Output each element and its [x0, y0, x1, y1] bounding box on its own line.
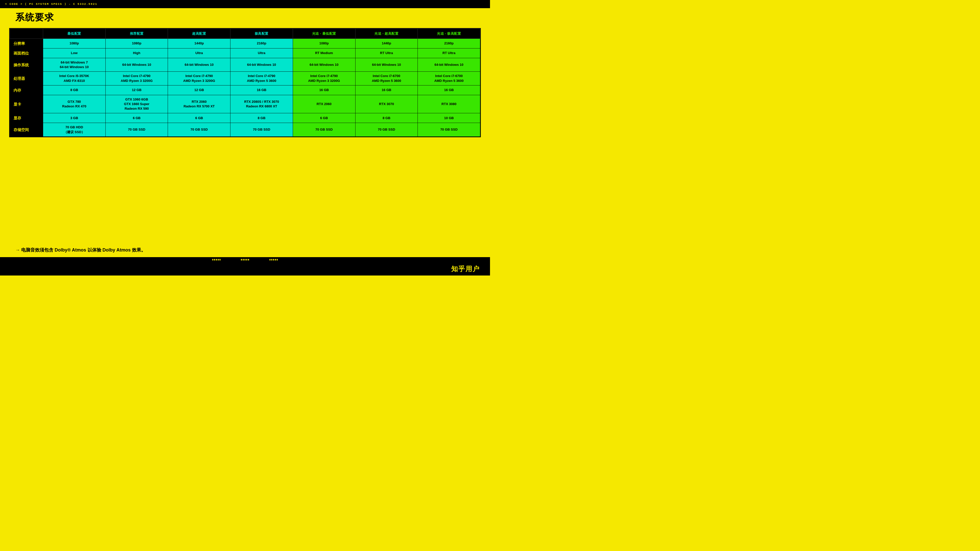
- row-label-3: 处理器: [10, 72, 43, 85]
- cell-2-6: 64-bit Windows 10: [418, 58, 480, 72]
- cell-6-4: 6 GB: [293, 113, 355, 123]
- corner-bracket-tr: [485, 0, 490, 5]
- cell-1-4: RT Medium: [293, 48, 355, 58]
- row-label-1: 画面档位: [10, 48, 43, 58]
- cell-5-4: RTX 2060: [293, 95, 355, 113]
- cell-7-0: 70 GB HDD （建议 SSD）: [43, 123, 106, 137]
- cell-3-0: Intel Core i5-3570K AMD FX-8310: [43, 72, 106, 85]
- cell-1-6: RT Ultra: [418, 48, 480, 58]
- specs-table-container: 最低配置推荐配置超高配置极高配置光追 - 最低配置光追 - 超高配置光追 - 极…: [9, 28, 481, 137]
- cell-1-2: Ultra: [168, 48, 231, 58]
- cell-3-3: Intel Core i7-4790 AMD Ryzen 5 3600: [231, 72, 293, 85]
- cell-5-2: RTX 2060 Radeon RX 5700 XT: [168, 95, 231, 113]
- cell-1-5: RT Ultra: [355, 48, 418, 58]
- bottom-dashes: [0, 257, 490, 262]
- cell-2-2: 64-bit Windows 10: [168, 58, 231, 72]
- cell-5-3: RTX 2080S / RTX 3070 Radeon RX 6800 XT: [231, 95, 293, 113]
- cell-1-0: Low: [43, 48, 106, 58]
- cell-3-4: Intel Core i7-4790 AMD Ryzen 3 3200G: [293, 72, 355, 85]
- cell-6-6: 10 GB: [418, 113, 480, 123]
- cell-0-4: 1080p: [293, 39, 355, 48]
- cell-5-6: RTX 3080: [418, 95, 480, 113]
- cell-7-6: 70 GB SSD: [418, 123, 480, 137]
- col-header-2: 推荐配置: [105, 29, 168, 39]
- cell-7-5: 70 GB SSD: [355, 123, 418, 137]
- table-row: 存储空间70 GB HDD （建议 SSD）70 GB SSD70 GB SSD…: [10, 123, 480, 137]
- cell-3-6: Intel Core i7-6700 AMD Ryzen 5 3600: [418, 72, 480, 85]
- cell-4-6: 16 GB: [418, 85, 480, 95]
- cell-0-2: 1440p: [168, 39, 231, 48]
- cell-2-3: 64-bit Windows 10: [231, 58, 293, 72]
- cell-4-5: 16 GB: [355, 85, 418, 95]
- cell-0-3: 2160p: [231, 39, 293, 48]
- cell-6-2: 6 GB: [168, 113, 231, 123]
- bottom-bar: 知乎用户: [0, 262, 490, 275]
- row-label-7: 存储空间: [10, 123, 43, 137]
- cell-1-3: Ultra: [231, 48, 293, 58]
- footnote-text: → 电脑音效须包含 Dolby® Atmos 以体验 Dolby Atmos 效…: [15, 248, 146, 252]
- cell-4-0: 8 GB: [43, 85, 106, 95]
- cell-2-0: 64-bit Windows 7 64-bit Windows 10: [43, 58, 106, 72]
- cell-7-3: 70 GB SSD: [231, 123, 293, 137]
- cell-7-1: 70 GB SSD: [105, 123, 168, 137]
- cell-0-5: 1440p: [355, 39, 418, 48]
- cell-4-3: 16 GB: [231, 85, 293, 95]
- col-header-7: 光追 - 极高配置: [418, 29, 480, 39]
- footnote: → 电脑音效须包含 Dolby® Atmos 以体验 Dolby Atmos 效…: [15, 247, 146, 253]
- col-header-6: 光追 - 超高配置: [355, 29, 418, 39]
- page-title: 系统要求: [15, 11, 54, 24]
- cell-6-0: 3 GB: [43, 113, 106, 123]
- table-row: 显存3 GB6 GB6 GB8 GB6 GB8 GB10 GB: [10, 113, 480, 123]
- cell-3-5: Intel Core i7-6700 AMD Ryzen 5 3600: [355, 72, 418, 85]
- cell-0-6: 2160p: [418, 39, 480, 48]
- col-header-3: 超高配置: [168, 29, 231, 39]
- table-row: 显卡GTX 780 Radeon RX 470GTX 1060 6GB GTX …: [10, 95, 480, 113]
- cell-5-5: RTX 3070: [355, 95, 418, 113]
- cell-7-4: 70 GB SSD: [293, 123, 355, 137]
- row-label-2: 操作系统: [10, 58, 43, 72]
- cell-5-1: GTX 1060 6GB GTX 1660 Super Radeon RX 59…: [105, 95, 168, 113]
- corner-bracket-tl: [0, 0, 5, 5]
- table-row: 画面档位LowHighUltraUltraRT MediumRT UltraRT…: [10, 48, 480, 58]
- table-row: 操作系统64-bit Windows 7 64-bit Windows 1064…: [10, 58, 480, 72]
- table-row: 内存8 GB12 GB12 GB16 GB16 GB16 GB16 GB: [10, 85, 480, 95]
- cell-3-1: Intel Core i7-4790 AMD Ryzen 3 3200G: [105, 72, 168, 85]
- cell-1-1: High: [105, 48, 168, 58]
- cell-6-5: 8 GB: [355, 113, 418, 123]
- row-label-0: 分辨率: [10, 39, 43, 48]
- top-bar-text: < CODE > ( PC SYSTEM SPECS ) - C 5332.59…: [5, 3, 97, 6]
- cell-3-2: Intel Core i7-4790 AMD Ryzen 3 3200G: [168, 72, 231, 85]
- cell-0-1: 1080p: [105, 39, 168, 48]
- row-label-6: 显存: [10, 113, 43, 123]
- cell-5-0: GTX 780 Radeon RX 470: [43, 95, 106, 113]
- table-row: 处理器Intel Core i5-3570K AMD FX-8310Intel …: [10, 72, 480, 85]
- col-header-5: 光追 - 最低配置: [293, 29, 355, 39]
- table-row: 分辨率1080p1080p1440p2160p1080p1440p2160p: [10, 39, 480, 48]
- cell-4-1: 12 GB: [105, 85, 168, 95]
- cell-7-2: 70 GB SSD: [168, 123, 231, 137]
- cell-6-3: 8 GB: [231, 113, 293, 123]
- cell-2-4: 64-bit Windows 10: [293, 58, 355, 72]
- row-label-5: 显卡: [10, 95, 43, 113]
- row-label-4: 内存: [10, 85, 43, 95]
- top-bar: < CODE > ( PC SYSTEM SPECS ) - C 5332.59…: [0, 0, 490, 8]
- watermark: 知乎用户: [451, 265, 480, 273]
- cell-2-1: 64-bit Windows 10: [105, 58, 168, 72]
- cell-4-2: 12 GB: [168, 85, 231, 95]
- cell-0-0: 1080p: [43, 39, 106, 48]
- cell-6-1: 6 GB: [105, 113, 168, 123]
- cell-4-4: 16 GB: [293, 85, 355, 95]
- col-header-0: [10, 29, 43, 39]
- col-header-4: 极高配置: [231, 29, 293, 39]
- specs-table: 最低配置推荐配置超高配置极高配置光追 - 最低配置光追 - 超高配置光追 - 极…: [10, 29, 480, 137]
- cell-2-5: 64-bit Windows 10: [355, 58, 418, 72]
- col-header-1: 最低配置: [43, 29, 106, 39]
